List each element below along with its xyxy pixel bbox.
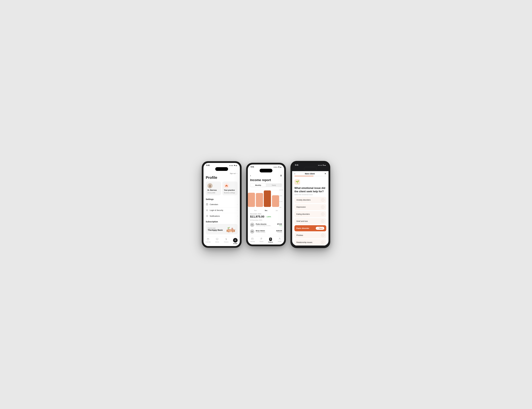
signal-icon: ▲▲▲ (229, 165, 233, 166)
notifications-label: Notifications (210, 215, 236, 217)
income-month: December 2023 (250, 213, 282, 215)
income-change: ↑ 2,85% (266, 216, 271, 218)
signal-icon-3: ▲▲▲ (318, 164, 322, 166)
monthly-btn[interactable]: Monthly (250, 184, 266, 187)
profile-cards: Dr. Barrosa Show profile Your practice B… (203, 182, 240, 198)
subscription-info: Current plan TherAppy Basic (208, 227, 226, 231)
settings-notifications[interactable]: Notifications › (206, 213, 238, 219)
tx-avatar-pa: PA (250, 223, 254, 227)
tx-name-pa: Pedro Amorim (256, 223, 276, 225)
login-label: Login & Security (210, 209, 236, 211)
issue-relationship-label: Relationship issues (296, 241, 312, 243)
tab-finance-2[interactable]: Finance (266, 237, 275, 243)
practice-sub: Business settings (224, 192, 235, 194)
svg-rect-32 (272, 195, 279, 207)
settings-list: Calendars › Login & Security › (203, 201, 240, 219)
issue-phobias[interactable]: Phobias + (294, 232, 326, 238)
subscription-section: Subscription Current plan TherAppy Basic (203, 219, 240, 235)
issue-relationship-plus[interactable]: + (321, 241, 324, 244)
p3-close-button[interactable]: ✕ (324, 172, 326, 175)
svg-rect-6 (207, 210, 208, 211)
issue-depression-plus[interactable]: + (321, 206, 324, 209)
issue-anxiety-label: Anxiety disorders (296, 199, 311, 201)
issue-eating-plus[interactable]: + (321, 213, 324, 216)
sign-out-button[interactable]: Sign out → (230, 173, 238, 174)
tab-clients-2[interactable]: Clients (257, 237, 266, 243)
status-bar-3: 9:41 ▲▲▲ ⊛ ▬ (292, 163, 329, 167)
subscription-card[interactable]: Current plan TherAppy Basic (206, 224, 238, 235)
dynamic-island-1 (215, 167, 228, 171)
subscription-image (226, 226, 234, 233)
tab-calendar-icon (207, 238, 209, 241)
svg-point-0 (209, 185, 210, 186)
user-sub: Show profile (208, 192, 215, 194)
page-title-profile: Profile (203, 175, 240, 182)
issue-depression-label: Depression (296, 206, 306, 208)
tab-calendar-2[interactable]: Calendar (248, 237, 257, 243)
yearly-btn[interactable]: Yearly (266, 184, 282, 187)
progress-bar-wrap (292, 176, 329, 178)
y-label-2: $7,5K (279, 201, 283, 202)
transaction-1[interactable]: BS Brian Shtein Couples therapy... $150.… (250, 228, 282, 235)
p1-header: Sign out → (203, 172, 240, 175)
issue-grief-plus[interactable]: + (321, 220, 324, 223)
chart-area: $12,5K $10K $7,5K $5K (248, 189, 284, 209)
tab-clients-label: Clients (215, 241, 219, 243)
chart-svg (248, 189, 284, 209)
tab-finance-label: Finance (224, 241, 228, 243)
dynamic-island-2 (260, 169, 272, 173)
tx-info-pa: Pedro Amorim Adult psychological couns..… (256, 223, 276, 226)
svg-rect-22 (216, 238, 218, 240)
finance-title: Income report (248, 178, 284, 183)
tab-finance-icon (225, 238, 227, 241)
issue-anxiety-plus[interactable]: + (321, 198, 324, 201)
issue-panic[interactable]: Panic disorder ✓ Next (294, 225, 326, 231)
issue-anxiety[interactable]: Anxiety disorders + (294, 197, 326, 203)
issue-list: Anxiety disorders + Depression + Eating … (292, 197, 329, 245)
tx-type-bs: Couples therapy... (256, 232, 275, 233)
issue-depression[interactable]: Depression + (294, 204, 326, 210)
phone-profile: 9:41 ▲▲▲ ⊛ ▬ Sign out → Profile (202, 161, 242, 248)
transaction-0[interactable]: PA Pedro Amorim Adult psychological coun… (250, 221, 282, 228)
back-button[interactable]: ‹ (250, 174, 251, 177)
user-card[interactable]: Dr. Barrosa Show profile (206, 182, 221, 195)
settings-calendars[interactable]: Calendars › (206, 201, 238, 207)
practice-name: Your practice (224, 189, 235, 191)
issue-grief[interactable]: Grief and loss + (294, 218, 326, 224)
p3-back-button[interactable]: ‹ (294, 173, 295, 175)
practice-icon (224, 183, 229, 188)
issue-phobias-plus[interactable]: + (321, 234, 324, 237)
bell-icon (206, 215, 208, 217)
chart-label-dec: Dec (265, 210, 267, 211)
avatar (208, 183, 213, 188)
tab-calendar[interactable]: Calendar (203, 238, 213, 244)
p3-question: What emotional issue did the client seek… (292, 185, 329, 194)
status-bar-2: 9:41 ▲▲▲ ⊛ ▬ (248, 164, 284, 169)
battery-icon-3: ▬ (324, 164, 326, 166)
tab-profile[interactable]: Profile (231, 238, 240, 244)
svg-point-16 (229, 227, 230, 228)
tf2-label: Finance (268, 241, 273, 243)
scene: 9:41 ▲▲▲ ⊛ ▬ Sign out → Profile (202, 161, 330, 248)
status-bar-1: 9:41 ▲▲▲ ⊛ ▬ (203, 163, 240, 167)
tab-profile-2[interactable]: Profile (275, 237, 284, 243)
y-labels: $12,5K $10K $7,5K $5K (279, 189, 283, 209)
practice-card[interactable]: Your practice Business settings (222, 182, 238, 195)
svg-rect-30 (256, 193, 263, 207)
svg-point-14 (231, 228, 233, 229)
svg-point-35 (261, 238, 261, 238)
issue-eating[interactable]: Eating disorders + (294, 211, 326, 217)
wifi-icon: ⊛ (234, 165, 235, 166)
issue-relationship[interactable]: Relationship issues + (294, 239, 326, 245)
svg-rect-17 (229, 229, 229, 230)
tcl2-label: Clients (259, 241, 264, 242)
tx-amount-pa: $75.00 Paid (277, 223, 282, 226)
next-button[interactable]: ✓ Next (316, 227, 324, 230)
issue-phobias-label: Phobias (296, 234, 303, 236)
settings-login[interactable]: Login & Security › (206, 207, 238, 213)
download-button[interactable]: ⬇ (280, 174, 282, 177)
calendars-icon (206, 203, 208, 206)
y-label-1: $10K (279, 195, 283, 196)
tab-clients[interactable]: Clients (213, 238, 222, 244)
tab-finance[interactable]: Finance (222, 238, 231, 244)
